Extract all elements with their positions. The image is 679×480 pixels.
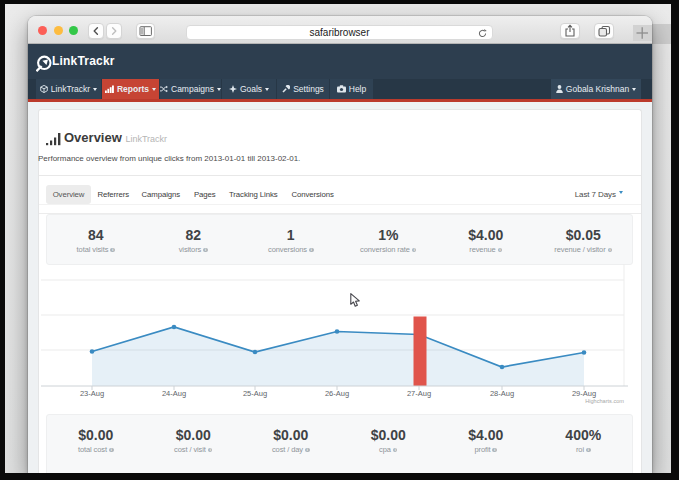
svg-text:24-Aug: 24-Aug — [162, 389, 186, 398]
svg-text:27-Aug: 27-Aug — [407, 389, 431, 398]
svg-text:Highcharts.com: Highcharts.com — [585, 398, 624, 404]
svg-text:29-Aug: 29-Aug — [572, 389, 596, 398]
svg-text:26-Aug: 26-Aug — [325, 389, 349, 398]
svg-text:23-Aug: 23-Aug — [80, 389, 104, 398]
svg-text:28-Aug: 28-Aug — [490, 389, 514, 398]
svg-text:25-Aug: 25-Aug — [243, 389, 267, 398]
